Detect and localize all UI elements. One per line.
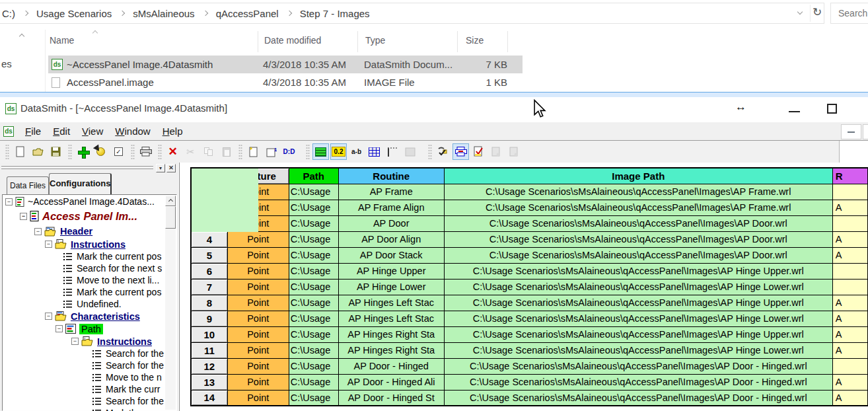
- column-header-name[interactable]: Name: [50, 35, 74, 46]
- cell-path[interactable]: C:\Usage: [289, 342, 338, 358]
- cell-routine[interactable]: AP Door Align: [338, 231, 444, 247]
- row-number[interactable]: 9: [191, 311, 227, 326]
- breadcrumb-item-drive[interactable]: C:): [2, 8, 15, 19]
- cell-feature[interactable]: Point: [227, 231, 289, 247]
- cell-routine[interactable]: AP Frame Align: [338, 200, 444, 215]
- tree-item-instruction-step[interactable]: Mark the current pos: [1, 286, 164, 298]
- toolbar-grip[interactable]: [68, 144, 72, 160]
- cell-ref[interactable]: [832, 263, 867, 279]
- cell-ref[interactable]: A: [832, 390, 867, 406]
- tab-data-files[interactable]: Data Files: [7, 176, 49, 194]
- cell-feature[interactable]: Point: [227, 247, 289, 263]
- cell-image-path[interactable]: C:\Usage Scenarios\sMsAlaineous\qAccessP…: [444, 374, 832, 390]
- decimal-format-button[interactable]: 0.2: [330, 143, 347, 160]
- cell-path[interactable]: C:\Usage: [289, 263, 338, 279]
- cell-ref[interactable]: [832, 279, 867, 295]
- column-header-size[interactable]: Size: [466, 35, 484, 46]
- row-number[interactable]: 4: [191, 231, 227, 247]
- collapse-box-icon[interactable]: −: [55, 325, 63, 332]
- cell-path[interactable]: C:\Usage: [289, 326, 338, 342]
- cell-ref[interactable]: [832, 358, 867, 374]
- collapse-box-icon[interactable]: −: [34, 228, 42, 235]
- row-number[interactable]: 5: [191, 247, 227, 263]
- cell-routine[interactable]: AP Hinges Left Stac: [338, 311, 444, 326]
- tree-item-instruction-step[interactable]: Move to the next li...: [1, 274, 164, 286]
- search-input[interactable]: Search: [830, 3, 868, 24]
- cell-feature[interactable]: Point: [227, 326, 289, 342]
- print-preview-button[interactable]: [452, 143, 469, 160]
- check-document-button[interactable]: [470, 143, 487, 160]
- toolbar-grip[interactable]: [158, 144, 162, 160]
- cell-ref[interactable]: A: [832, 311, 867, 326]
- open-file-button[interactable]: [30, 143, 46, 160]
- tree-item-path-instructions[interactable]: − 1.. Instructions: [1, 335, 164, 348]
- tree-item-instruction-step[interactable]: Search for the next s: [1, 262, 164, 274]
- toolbar-grip[interactable]: [238, 144, 242, 160]
- tree-item-header[interactable]: − Header: [1, 225, 164, 238]
- file-row-image[interactable]: AccessPanel.image 4/3/2018 10:35 AM IMAG…: [48, 73, 523, 91]
- row-number[interactable]: 10: [191, 326, 227, 342]
- cell-feature[interactable]: Point: [227, 263, 289, 279]
- cell-image-path[interactable]: C:\Usage Scenarios\sMsAlaineous\qAccessP…: [444, 231, 832, 247]
- panel-gripper[interactable]: [1, 165, 153, 167]
- column-header-image-path[interactable]: Image Path: [444, 168, 832, 184]
- tree-item-path[interactable]: − Path: [1, 322, 164, 335]
- cell-ref[interactable]: A: [832, 295, 867, 311]
- tree-item-instruction-step[interactable]: Mark the current pos: [1, 250, 164, 262]
- cell-feature[interactable]: Point: [227, 358, 289, 374]
- column-header-routine[interactable]: Routine: [338, 168, 444, 184]
- cell-feature[interactable]: Point: [227, 279, 289, 295]
- tree-item-instruction-step[interactable]: Move to the n: [1, 371, 164, 383]
- duplicate-button[interactable]: D:D: [281, 143, 297, 160]
- copy-button[interactable]: [200, 143, 217, 160]
- cell-routine[interactable]: AP Door: [338, 215, 444, 231]
- grid-lines-button[interactable]: [366, 143, 382, 160]
- panel-splitter[interactable]: [179, 163, 180, 411]
- cell-image-path[interactable]: C:\Usage Scenarios\sMsAlaineous\qAccessP…: [444, 311, 832, 326]
- cell-ref[interactable]: [832, 184, 867, 200]
- tree-item-instruction-step[interactable]: Mark the cur: [1, 407, 164, 411]
- toolbar-grip[interactable]: [131, 144, 135, 160]
- column-break-button[interactable]: [384, 143, 400, 160]
- breadcrumb-item-usage-scenarios[interactable]: Usage Scenarios: [36, 8, 112, 19]
- cell-path[interactable]: C:\Usage: [289, 311, 338, 326]
- cell-feature[interactable]: Point: [227, 342, 289, 358]
- cell-routine[interactable]: AP Door Stack: [338, 247, 444, 263]
- add-record-button[interactable]: [75, 143, 91, 160]
- menu-help[interactable]: Help: [157, 126, 189, 137]
- cell-image-path[interactable]: C:\Usage Scenarios\sMsAlaineous\qAccessP…: [444, 200, 832, 215]
- cell-ref[interactable]: A: [832, 342, 867, 358]
- cell-feature[interactable]: Point: [227, 390, 289, 406]
- scrollbar-thumb[interactable]: [165, 206, 176, 229]
- column-header-date-modified[interactable]: Date modified: [264, 35, 321, 46]
- tab-configurations[interactable]: Configurations: [49, 173, 112, 194]
- cell-image-path[interactable]: C:\Usage Scenarios\sMsAlaineous\qAccessP…: [444, 279, 832, 295]
- cut-button[interactable]: ✂: [182, 143, 199, 160]
- cell-path[interactable]: C:\Usage: [289, 231, 338, 247]
- panel-gripper[interactable]: [1, 168, 153, 169]
- cell-ref[interactable]: A: [832, 200, 867, 215]
- tree-item-characteristics[interactable]: − Characteristics: [1, 310, 164, 322]
- cell-routine[interactable]: AP Hinge Lower: [338, 279, 444, 295]
- menu-window[interactable]: Window: [109, 126, 156, 137]
- new-document-button[interactable]: [12, 143, 28, 160]
- breadcrumb-item-step7-images[interactable]: Step 7 - Images: [300, 8, 370, 19]
- column-header-ref[interactable]: R: [832, 168, 867, 184]
- row-number[interactable]: 7: [191, 279, 227, 295]
- collapse-box-icon[interactable]: −: [45, 241, 52, 248]
- refresh-icon[interactable]: ↻: [813, 5, 822, 19]
- row-number[interactable]: 13: [191, 374, 227, 390]
- tree-item-instruction-step[interactable]: Undefined.: [1, 298, 164, 310]
- file-row-datasmith[interactable]: ds ~AccessPanel Image.4Datasmith 4/3/201…: [48, 56, 523, 73]
- cell-routine[interactable]: AP Hinges Left Stac: [338, 295, 444, 311]
- cell-image-path[interactable]: C:\Usage Scenarios\sMsAlaineous\qAccessP…: [444, 342, 832, 358]
- breadcrumb-item-smsalaineous[interactable]: sMsAlaineous: [133, 8, 194, 19]
- tree-item-config-title[interactable]: − Access Panel Im...: [1, 207, 164, 225]
- cell-routine[interactable]: AP Frame: [338, 184, 444, 200]
- breadcrumb-item-qaccesspanel[interactable]: qAccessPanel: [216, 8, 279, 19]
- scroll-up-button[interactable]: [165, 196, 176, 206]
- delete-button[interactable]: ✕: [164, 143, 181, 160]
- cell-routine[interactable]: AP Door - Hinged Ali: [338, 374, 444, 390]
- cell-image-path[interactable]: C:\Usage Scenarios\sMsAlaineous\qAccessP…: [444, 390, 832, 406]
- cell-ref[interactable]: A: [832, 247, 867, 263]
